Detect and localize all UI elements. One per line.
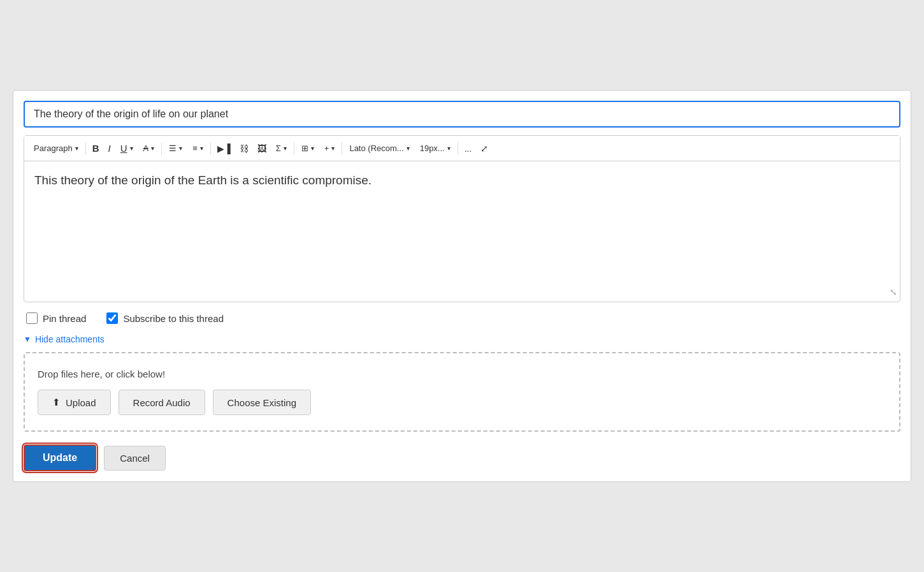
drop-zone-text: Drop files here, or click below! [38,369,886,379]
table-chevron-icon: ▾ [311,145,314,152]
table-icon: ⊞ [301,143,308,153]
link-button[interactable]: ⛓ [236,141,252,156]
editor-content[interactable]: This theory of the origin of the Earth i… [24,161,900,302]
font-label: Lato (Recom... [349,143,403,153]
divider-4 [294,142,294,155]
choose-existing-label: Choose Existing [227,397,296,408]
record-audio-label: Record Audio [133,397,191,408]
size-select[interactable]: 19px... ▾ [415,140,455,156]
sigma-chevron-icon: ▾ [284,145,287,152]
hide-attachments-toggle[interactable]: ▼ Hide attachments [24,334,900,344]
font-chevron-icon: ▾ [407,145,410,152]
divider-1 [85,142,86,155]
align-icon: ☰ [169,143,177,153]
upload-button[interactable]: ⬆ Upload [38,390,111,415]
attachment-buttons: ⬆ Upload Record Audio Choose Existing [38,390,886,415]
divider-6 [458,142,458,155]
pin-thread-text: Pin thread [43,313,86,324]
plus-chevron-icon: ▾ [331,145,335,152]
underline-select[interactable]: U ▾ [116,140,138,157]
size-chevron-icon: ▾ [447,145,451,152]
fullscreen-button[interactable]: ⤢ [477,141,492,156]
font-select[interactable]: Lato (Recom... ▾ [345,140,414,156]
editor-text: This theory of the origin of the Earth i… [34,173,372,187]
paragraph-select[interactable]: Paragraph ▾ [29,140,83,156]
upload-label: Upload [66,397,96,408]
underline-label: U [120,143,127,154]
editor-container: Paragraph ▾ B I U ▾ A ▾ ☰ ▾ [24,135,900,302]
sigma-icon: Σ [276,143,281,153]
pin-thread-label[interactable]: Pin thread [26,312,86,324]
checkboxes-row: Pin thread Subscribe to this thread [24,312,900,324]
subscribe-thread-checkbox[interactable] [106,312,118,324]
list-icon: ≡ [192,143,198,153]
upload-icon: ⬆ [52,397,61,408]
resize-handle-icon: ⤡ [890,286,897,299]
more-icon: ... [465,143,472,154]
pin-thread-checkbox[interactable] [26,312,38,324]
cancel-label: Cancel [120,453,150,464]
hide-attachments-label: Hide attachments [35,334,105,344]
cancel-button[interactable]: Cancel [104,446,166,471]
plus-icon: + [324,143,329,153]
align-select[interactable]: ☰ ▾ [164,140,187,156]
toggle-chevron-icon: ▼ [24,335,31,344]
strikethrough-select[interactable]: A ▾ [139,140,159,156]
image-icon: 🖼 [257,143,266,154]
drop-zone: Drop files here, or click below! ⬆ Uploa… [24,352,900,432]
bottom-buttons: Update Cancel [24,444,900,471]
paragraph-chevron-icon: ▾ [75,145,78,152]
update-button[interactable]: Update [24,444,96,471]
bold-button[interactable]: B [89,140,103,156]
sigma-select[interactable]: Σ ▾ [271,140,291,156]
page-wrapper: Paragraph ▾ B I U ▾ A ▾ ☰ ▾ [13,90,911,482]
image-button[interactable]: 🖼 [254,141,270,156]
subscribe-thread-label[interactable]: Subscribe to this thread [106,312,224,324]
divider-3 [210,142,211,155]
table-select[interactable]: ⊞ ▾ [297,140,319,156]
paragraph-label: Paragraph [34,143,73,153]
title-input[interactable] [24,101,900,128]
choose-existing-button[interactable]: Choose Existing [213,390,311,415]
plus-select[interactable]: + ▾ [320,140,340,156]
align-chevron-icon: ▾ [179,145,182,152]
more-button[interactable]: ... [461,141,476,156]
list-select[interactable]: ≡ ▾ [188,140,208,156]
media-button[interactable]: ▶▐ [213,141,235,156]
underline-chevron-icon: ▾ [130,145,133,152]
list-chevron-icon: ▾ [200,145,203,152]
subscribe-thread-text: Subscribe to this thread [123,313,224,324]
strikethrough-chevron-icon: ▾ [151,145,154,152]
fullscreen-icon: ⤢ [480,143,488,154]
italic-button[interactable]: I [105,140,115,156]
divider-2 [161,142,162,155]
record-audio-button[interactable]: Record Audio [119,390,205,415]
divider-5 [342,142,342,155]
media-icon: ▶▐ [217,143,231,154]
size-label: 19px... [420,143,445,153]
link-icon: ⛓ [240,143,249,154]
update-label: Update [43,452,77,463]
strikethrough-label: A [143,143,149,153]
toolbar: Paragraph ▾ B I U ▾ A ▾ ☰ ▾ [24,136,900,161]
